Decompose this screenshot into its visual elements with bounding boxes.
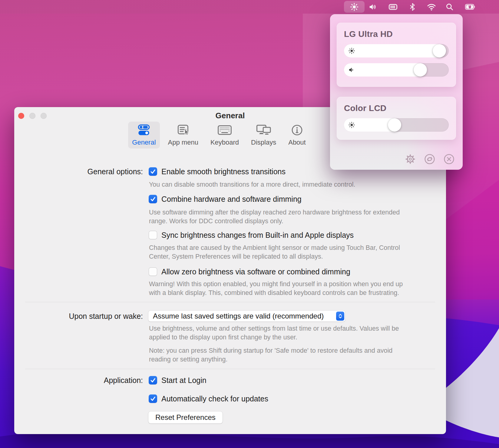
refresh-icon[interactable] xyxy=(424,153,435,165)
tab-label: Keyboard xyxy=(210,139,239,146)
option-description: Changes that are caused by the Ambient l… xyxy=(149,244,415,261)
displays-popover: LG Ultra HD Color LCD xyxy=(330,14,463,170)
option-label: Start at Login xyxy=(161,376,207,385)
dropdown-stepper-icon xyxy=(336,312,344,321)
option-row: Enable smooth brightness transitions xyxy=(149,167,286,176)
brightness-sun-icon xyxy=(348,121,355,129)
keyboard-brightness-icon[interactable] xyxy=(383,0,403,14)
search-icon[interactable] xyxy=(440,0,459,14)
option-label: Sync brightness changes from Built-in an… xyxy=(161,231,354,240)
option-description: Use software dimming after the display r… xyxy=(149,208,415,226)
startup-label: Upon startup or wake: xyxy=(14,312,143,320)
option-row: Automatically check for updates xyxy=(149,394,268,403)
option-row: Sync brightness changes from Built-in an… xyxy=(149,231,354,239)
brightness-icon[interactable] xyxy=(345,0,364,14)
option-description: Warning! With this option enabled, you m… xyxy=(149,280,415,297)
option-label: Allow zero brightness via software or co… xyxy=(161,267,350,276)
menu-bar xyxy=(0,0,499,14)
tab-label: Displays xyxy=(251,139,276,146)
toggles-icon xyxy=(137,124,150,137)
checkbox-combine-dimming[interactable] xyxy=(149,195,157,203)
display-card-color-lcd: Color LCD xyxy=(337,97,456,140)
option-row: Start at Login xyxy=(149,376,207,384)
general-options-label: General options: xyxy=(14,167,143,176)
close-circle-icon[interactable] xyxy=(443,153,455,165)
display-name: LG Ultra HD xyxy=(344,29,449,39)
tab-label: General xyxy=(132,139,156,146)
section-divider xyxy=(25,369,435,369)
startup-behavior-select[interactable]: Assume last saved settings are valid (re… xyxy=(148,311,345,322)
tab-keyboard[interactable]: Keyboard xyxy=(207,122,243,149)
settings-gear-icon[interactable] xyxy=(405,153,416,165)
option-label: Combine hardware and software dimming xyxy=(161,195,302,204)
wifi-icon[interactable] xyxy=(422,0,441,14)
brightness-slider[interactable] xyxy=(344,44,449,57)
displays-icon xyxy=(256,124,271,137)
info-icon xyxy=(291,124,303,137)
tab-label: App menu xyxy=(168,139,198,146)
section-divider xyxy=(25,302,435,302)
slider-fill xyxy=(344,44,446,57)
tab-displays[interactable]: Displays xyxy=(247,122,280,149)
display-name: Color LCD xyxy=(344,103,449,113)
volume-speaker-icon xyxy=(348,66,355,74)
tab-app-menu[interactable]: App menu xyxy=(164,122,202,149)
application-label: Application: xyxy=(14,376,143,384)
startup-description: Use brightness, volume and other setting… xyxy=(149,324,415,342)
option-description: You can disable smooth transitions for a… xyxy=(149,180,355,189)
brightness-sun-icon xyxy=(348,47,355,55)
checkbox-smooth-transitions[interactable] xyxy=(149,167,157,176)
dropdown-selected-value: Assume last saved settings are valid (re… xyxy=(148,312,336,320)
checkbox-auto-updates[interactable] xyxy=(149,394,157,403)
option-label: Enable smooth brightness transitions xyxy=(161,167,286,176)
tab-label: About xyxy=(288,139,306,146)
tab-about[interactable]: About xyxy=(284,122,310,149)
slider-knob[interactable] xyxy=(433,44,446,57)
checkbox-sync-brightness[interactable] xyxy=(149,231,157,239)
tab-general[interactable]: General xyxy=(128,122,160,149)
option-label: Automatically check for updates xyxy=(161,394,268,403)
checkbox-allow-zero-brightness[interactable] xyxy=(149,267,157,276)
option-row: Combine hardware and software dimming xyxy=(149,195,302,203)
popover-actions xyxy=(405,153,455,165)
checkbox-start-at-login[interactable] xyxy=(149,376,157,384)
battery-icon[interactable] xyxy=(460,0,481,14)
display-card-lg-ultra-hd: LG Ultra HD xyxy=(337,23,456,87)
volume-icon[interactable] xyxy=(363,0,382,14)
app-menu-icon xyxy=(177,124,190,137)
slider-knob[interactable] xyxy=(414,63,427,77)
slider-knob[interactable] xyxy=(388,118,401,132)
bluetooth-icon[interactable] xyxy=(403,0,422,14)
keyboard-icon xyxy=(217,124,232,137)
startup-note: Note: you can press Shift during startup… xyxy=(149,346,415,364)
reset-preferences-button[interactable]: Reset Preferences xyxy=(148,411,223,423)
option-row: Allow zero brightness via software or co… xyxy=(149,267,350,276)
volume-slider[interactable] xyxy=(344,63,449,77)
brightness-slider[interactable] xyxy=(344,118,449,132)
